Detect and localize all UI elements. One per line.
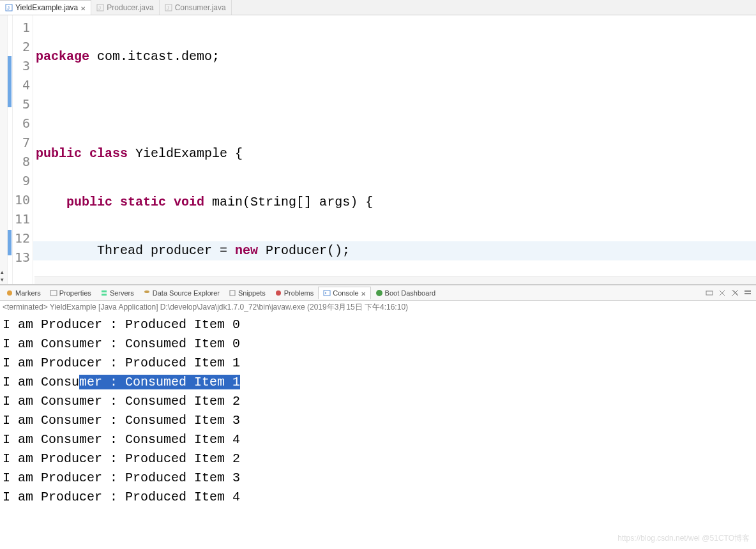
markers-icon — [6, 289, 13, 297]
view-tabbar: Markers Properties Servers Data Source E… — [0, 285, 756, 301]
editor-pane: 1 2 3 4 5 6 7 8 9 10 11 12 13 package co… — [0, 15, 756, 285]
code-editor[interactable]: package com.itcast.demo; public class Yi… — [33, 15, 756, 284]
console-launch-label: <terminated> YieldExample [Java Applicat… — [0, 301, 756, 314]
watermark: https://blog.csdn.net/wei @51CTO博客 — [617, 533, 750, 544]
scroll-up-icon[interactable]: ▴ — [1, 269, 7, 275]
svg-text:J: J — [98, 5, 101, 11]
datasource-icon — [143, 289, 151, 297]
line-number: 5 — [13, 94, 33, 114]
line-number: 11 — [13, 209, 33, 229]
remove-launch-icon[interactable] — [718, 289, 727, 297]
view-console[interactable]: Console ✕ — [318, 287, 370, 299]
view-properties[interactable]: Properties — [45, 287, 96, 299]
line-number: 7 — [13, 133, 33, 152]
svg-point-14 — [376, 290, 382, 296]
overview-ruler[interactable] — [0, 15, 8, 284]
change-marker — [8, 56, 11, 107]
view-snippets[interactable]: Snippets — [224, 287, 270, 299]
line-number-gutter[interactable]: 1 2 3 4 5 6 7 8 9 10 11 12 13 — [13, 15, 33, 284]
view-toolbar — [705, 289, 756, 297]
view-servers[interactable]: Servers — [96, 287, 139, 299]
java-file-icon: J — [5, 4, 13, 11]
line-number: 10 — [13, 190, 33, 209]
svg-point-6 — [7, 290, 12, 296]
svg-rect-9 — [102, 294, 107, 296]
scroll-down-icon[interactable]: ▾ — [1, 276, 7, 283]
change-marker — [8, 230, 11, 255]
marker-bar[interactable] — [8, 15, 13, 284]
line-number: 2 — [13, 37, 33, 56]
snippets-icon — [229, 289, 236, 297]
line-number: 1 — [13, 18, 33, 37]
line-number: 4 — [13, 75, 33, 94]
svg-point-10 — [144, 290, 149, 293]
line-number: 6 — [13, 114, 33, 133]
properties-icon — [50, 289, 57, 297]
line-number: 12 — [13, 229, 33, 248]
svg-point-12 — [276, 290, 281, 296]
svg-rect-7 — [50, 290, 57, 296]
scroll-arrows: ▴ ▾ — [0, 269, 8, 283]
svg-rect-15 — [706, 291, 713, 295]
svg-text:J: J — [7, 5, 10, 11]
pin-icon[interactable] — [705, 289, 714, 297]
tab-producer[interactable]: J Producer.java — [91, 0, 159, 15]
line-number: 13 — [13, 248, 33, 267]
console-icon — [323, 289, 331, 297]
svg-rect-17 — [745, 293, 751, 294]
remove-all-icon[interactable] — [730, 289, 739, 297]
editor-tabbar: J YieldExample.java ✕ J Producer.java J … — [0, 0, 756, 15]
svg-rect-8 — [102, 290, 107, 292]
view-problems[interactable]: Problems — [270, 287, 318, 299]
tab-yieldexample[interactable]: J YieldExample.java ✕ — [0, 0, 91, 15]
console-output[interactable]: I am Producer : Produced Item 0I am Cons… — [0, 314, 756, 508]
horizontal-scrollbar[interactable] — [34, 276, 756, 284]
boot-icon — [375, 289, 383, 297]
servers-icon — [100, 289, 108, 297]
java-file-icon: J — [165, 4, 172, 11]
selected-text: mer : Consumed Item 1 — [79, 375, 240, 389]
svg-rect-11 — [230, 290, 235, 296]
bottom-panel: Markers Properties Servers Data Source E… — [0, 285, 756, 549]
view-boot[interactable]: Boot Dashboard — [371, 287, 441, 299]
svg-text:J: J — [167, 5, 169, 11]
svg-rect-16 — [745, 290, 751, 292]
view-markers[interactable]: Markers — [1, 287, 45, 299]
close-icon[interactable]: ✕ — [361, 290, 366, 296]
line-number: 8 — [13, 152, 33, 171]
close-icon[interactable]: ✕ — [80, 5, 86, 10]
tab-consumer[interactable]: J Consumer.java — [160, 0, 232, 15]
line-number: 9 — [13, 171, 33, 190]
menu-icon[interactable] — [743, 289, 752, 297]
tab-label: Consumer.java — [175, 3, 226, 12]
tab-label: YieldExample.java — [15, 3, 78, 12]
java-file-icon: J — [96, 4, 104, 11]
line-number: 3 — [13, 56, 33, 75]
tab-label: Producer.java — [107, 3, 153, 12]
view-datasource[interactable]: Data Source Explorer — [139, 287, 224, 299]
problems-icon — [275, 289, 282, 297]
